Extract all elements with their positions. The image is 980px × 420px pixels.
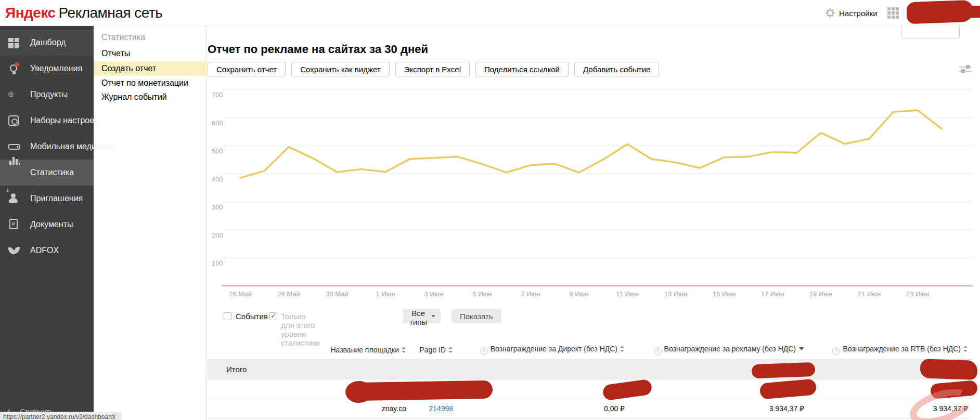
sidebar-item-mobile-mediation[interactable]: Мобильная медиация [0, 134, 94, 160]
yandex-logo[interactable]: ЯндексРекламная сеть [5, 5, 162, 21]
revenue-chart: 70060050040030020010026 Май28 Май30 Май1… [208, 73, 977, 304]
show-button[interactable]: Показать [452, 309, 501, 323]
svg-text:5 Июн: 5 Июн [472, 290, 492, 298]
sort-icon [620, 346, 625, 352]
svg-text:100: 100 [212, 259, 223, 267]
subnav-item-event-log[interactable]: Журнал событий [94, 90, 207, 104]
settings-set-icon [8, 115, 19, 126]
svg-text:11 Июн: 11 Июн [616, 290, 638, 298]
help-icon[interactable] [654, 347, 662, 355]
events-checkbox[interactable] [224, 312, 231, 320]
svg-text:500: 500 [212, 147, 223, 155]
total-label: Итого [208, 359, 410, 379]
help-icon[interactable] [832, 347, 840, 355]
settings-label: Настройки [839, 9, 878, 18]
svg-text:200: 200 [212, 231, 223, 239]
page-title: Отчет по рекламе на сайтах за 30 дней [208, 43, 428, 56]
column-header-page-id[interactable]: Page ID [410, 340, 457, 359]
ads-reward-cell: 3 934,37 ₽ [629, 399, 808, 418]
share-link-button[interactable]: Поделиться ссылкой [475, 62, 569, 76]
sidebar-item-dashboard[interactable]: Дашборд [0, 30, 94, 56]
sidebar-item-notifications[interactable]: Уведомления [0, 56, 94, 82]
svg-text:600: 600 [212, 119, 223, 127]
main-sidebar: Дашборд Уведомления Продукты Наборы наст… [0, 26, 94, 420]
svg-text:400: 400 [212, 175, 223, 183]
dashboard-icon [8, 37, 21, 49]
add-event-button[interactable]: Добавить событие [574, 62, 659, 76]
date-range-button-cutoff[interactable] [901, 24, 960, 38]
svg-text:26 Май: 26 Май [229, 290, 252, 298]
sidebar-item-statistics[interactable]: Статистика [0, 160, 94, 186]
sidebar-item-adfox[interactable]: ADFOX [0, 238, 94, 264]
sidebar-item-label: Наборы настроек [30, 108, 98, 134]
column-header-rtb-reward[interactable]: Вознаграждение за RTB (без НДС) [808, 340, 972, 359]
page-id-link[interactable]: 214998 [429, 404, 453, 413]
svg-text:15 Июн: 15 Июн [713, 290, 736, 298]
sidebar-item-products[interactable]: Продукты [0, 82, 94, 108]
table-row-redacted-site [208, 379, 972, 399]
sort-icon [963, 346, 968, 352]
save-as-widget-button[interactable]: Сохранить как виджет [291, 62, 390, 76]
export-excel-button[interactable]: Экспорт в Excel [395, 62, 470, 76]
report-table: Название площадки Page ID Вознаграждение… [208, 340, 972, 420]
svg-text:3 Июн: 3 Июн [424, 290, 443, 298]
sidebar-item-label: Мобильная медиация [30, 134, 115, 160]
statusbar-url-text: https://partner2.yandex.ru/v2/dashboard/ [0, 412, 122, 420]
sidebar-item-label: Документы [30, 212, 73, 238]
table-row-znay-co: znay.co 214998 0,00 ₽ 3 934,37 ₽ 3 934,3… [208, 399, 972, 418]
svg-text:19 Июн: 19 Июн [809, 290, 832, 298]
logo-yandex-text: Яндекс [5, 5, 56, 21]
redaction-scribble [349, 380, 493, 401]
subnav-section-title: Статистика [101, 33, 145, 42]
site-name-cell: znay.co [208, 399, 410, 418]
sort-desc-icon [799, 347, 804, 350]
notification-badge [15, 62, 19, 67]
svg-text:28 Май: 28 Май [277, 290, 300, 298]
svg-text:17 Июн: 17 Июн [761, 290, 784, 298]
username-redaction-scribble-tail [957, 6, 980, 18]
line-chart-svg: 70060050040030020010026 Май28 Май30 Май1… [208, 73, 977, 304]
svg-text:7 Июн: 7 Июн [521, 290, 540, 298]
statusbar-url-tooltip: https://partner2.yandex.ru/v2/dashboard/ [0, 412, 122, 420]
top-header: ЯндексРекламная сеть Настройки [0, 0, 980, 26]
direct-reward-cell: 0,00 ₽ [457, 399, 629, 418]
sidebar-item-invitations[interactable]: + Приглашения [0, 186, 94, 212]
sidebar-item-label: Продукты [30, 82, 68, 108]
svg-text:13 Июн: 13 Июн [664, 290, 687, 298]
column-header-ads-reward[interactable]: Вознаграждение за рекламу (без НДС) [629, 340, 808, 359]
redaction-scribble [920, 359, 977, 380]
subnav-item-reports[interactable]: Отчеты [94, 46, 207, 61]
gear-icon [825, 8, 835, 18]
logo-network-text: Рекламная сеть [59, 5, 163, 21]
table-header-row: Название площадки Page ID Вознаграждение… [208, 340, 972, 359]
svg-text:1 Июн: 1 Июн [376, 290, 395, 298]
event-types-dropdown[interactable]: Все типы [403, 309, 441, 323]
sidebar-item-label: Уведомления [30, 56, 82, 82]
sidebar-item-documents[interactable]: Документы [0, 212, 94, 238]
help-icon[interactable] [480, 347, 488, 355]
sort-icon [402, 347, 406, 353]
app-root: ЯндексРекламная сеть Настройки Дашборд [0, 0, 980, 420]
table-row-total: Итого [208, 359, 972, 379]
settings-button[interactable]: Настройки [825, 7, 878, 19]
sidebar-item-settings-sets[interactable]: Наборы настроек [0, 108, 94, 134]
svg-text:300: 300 [212, 203, 223, 211]
products-icon [8, 91, 14, 97]
column-header-direct-reward[interactable]: Вознаграждение за Директ (без НДС) [457, 340, 629, 359]
sidebar-item-label: ADFOX [30, 238, 59, 264]
report-actions-toolbar: Сохранить отчет Сохранить как виджет Экс… [208, 62, 659, 76]
redaction-scribble [752, 362, 816, 378]
subnav-item-monetization-report[interactable]: Отчет по монетизации [94, 76, 207, 90]
column-header-site-name[interactable]: Название площадки [208, 340, 410, 359]
subnav-item-create-report[interactable]: Создать отчет [94, 61, 207, 76]
svg-text:9 Июн: 9 Июн [569, 290, 588, 298]
save-report-button[interactable]: Сохранить отчет [208, 62, 286, 76]
sidebar-item-label: Дашборд [30, 30, 66, 56]
apps-grid-icon[interactable] [887, 7, 900, 20]
sidebar-item-label: Приглашения [30, 186, 83, 212]
documents-icon [9, 219, 18, 229]
svg-text:30 Май: 30 Май [326, 290, 349, 298]
sort-icon [448, 347, 453, 353]
only-this-level-checkbox[interactable] [269, 312, 277, 320]
svg-text:700: 700 [212, 91, 223, 99]
